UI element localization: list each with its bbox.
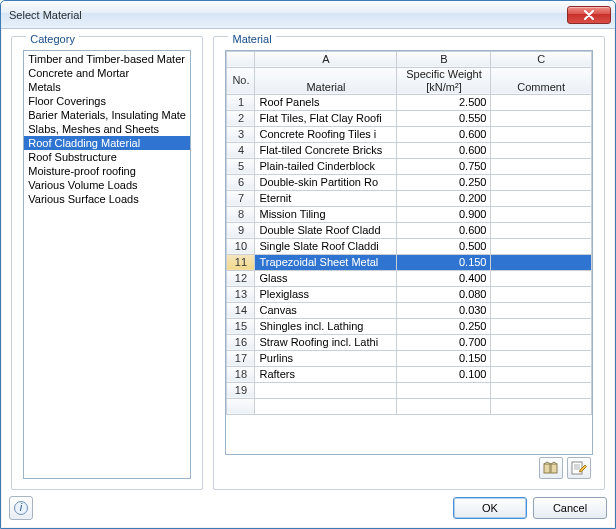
cell-weight[interactable]: 0.500 — [397, 238, 491, 254]
category-item[interactable]: Metals — [24, 80, 190, 94]
category-list[interactable]: Timber and Timber-based MaterConcrete an… — [23, 50, 191, 479]
category-item[interactable]: Concrete and Mortar — [24, 66, 190, 80]
cell-comment[interactable] — [491, 254, 591, 270]
cell-weight[interactable]: 0.400 — [397, 270, 491, 286]
ok-button[interactable]: OK — [453, 497, 527, 519]
table-row[interactable]: 11Trapezoidal Sheet Metal0.150 — [227, 254, 591, 270]
cell-comment[interactable] — [491, 366, 591, 382]
library-button[interactable] — [539, 457, 563, 479]
cell-material[interactable]: Single Slate Roof Claddi — [255, 238, 397, 254]
cell-material[interactable]: Rafters — [255, 366, 397, 382]
table-row[interactable]: 17Purlins0.150 — [227, 350, 591, 366]
table-row[interactable]: 4Flat-tiled Concrete Bricks0.600 — [227, 142, 591, 158]
cell-weight[interactable]: 0.250 — [397, 318, 491, 334]
cell-weight[interactable]: 0.200 — [397, 190, 491, 206]
cell-material[interactable]: Eternit — [255, 190, 397, 206]
cell-comment[interactable] — [491, 270, 591, 286]
cell-comment[interactable] — [491, 334, 591, 350]
cell-empty[interactable] — [491, 382, 591, 398]
grid-col-letter-b[interactable]: B — [397, 51, 491, 67]
table-row[interactable]: 13Plexiglass0.080 — [227, 286, 591, 302]
cell-weight[interactable]: 0.150 — [397, 254, 491, 270]
material-grid[interactable]: A B C No. Material Specific Weight[kN/m²… — [225, 50, 592, 455]
category-item[interactable]: Various Surface Loads — [24, 192, 190, 206]
cell-material[interactable]: Mission Tiling — [255, 206, 397, 222]
table-row[interactable]: 5Plain-tailed Cinderblock0.750 — [227, 158, 591, 174]
table-row[interactable]: 1Roof Panels2.500 — [227, 94, 591, 110]
table-row[interactable]: 3Concrete Roofing Tiles i0.600 — [227, 126, 591, 142]
cell-comment[interactable] — [491, 238, 591, 254]
cell-material[interactable]: Concrete Roofing Tiles i — [255, 126, 397, 142]
cell-material[interactable]: Glass — [255, 270, 397, 286]
cell-weight[interactable]: 0.600 — [397, 126, 491, 142]
cell-comment[interactable] — [491, 142, 591, 158]
grid-col-letter-c[interactable]: C — [491, 51, 591, 67]
cell-weight[interactable]: 0.700 — [397, 334, 491, 350]
cell-material[interactable]: Flat-tiled Concrete Bricks — [255, 142, 397, 158]
category-item[interactable]: Slabs, Meshes and Sheets — [24, 122, 190, 136]
grid-col-header-weight[interactable]: Specific Weight[kN/m²] — [397, 67, 491, 94]
cell-material[interactable]: Shingles incl. Lathing — [255, 318, 397, 334]
cell-material[interactable]: Canvas — [255, 302, 397, 318]
cell-weight[interactable]: 0.550 — [397, 110, 491, 126]
category-item[interactable]: Timber and Timber-based Mater — [24, 52, 190, 66]
cell-material[interactable]: Trapezoidal Sheet Metal — [255, 254, 397, 270]
cell-material[interactable]: Double-skin Partition Ro — [255, 174, 397, 190]
cell-weight[interactable]: 0.750 — [397, 158, 491, 174]
cell-comment[interactable] — [491, 94, 591, 110]
cell-empty[interactable] — [397, 382, 491, 398]
cell-weight[interactable]: 0.150 — [397, 350, 491, 366]
cell-comment[interactable] — [491, 174, 591, 190]
category-item[interactable]: Roof Cladding Material — [24, 136, 190, 150]
grid-col-letter-a[interactable]: A — [255, 51, 397, 67]
category-item[interactable]: Roof Substructure — [24, 150, 190, 164]
cell-weight[interactable]: 0.100 — [397, 366, 491, 382]
cell-comment[interactable] — [491, 206, 591, 222]
table-row[interactable]: 14Canvas0.030 — [227, 302, 591, 318]
table-row[interactable]: 6Double-skin Partition Ro0.250 — [227, 174, 591, 190]
cell-material[interactable]: Flat Tiles, Flat Clay Roofi — [255, 110, 397, 126]
cell-comment[interactable] — [491, 126, 591, 142]
category-item[interactable]: Moisture-proof roofing — [24, 164, 190, 178]
table-row[interactable]: 10Single Slate Roof Claddi0.500 — [227, 238, 591, 254]
table-row[interactable]: 15Shingles incl. Lathing0.250 — [227, 318, 591, 334]
cell-weight[interactable]: 0.250 — [397, 174, 491, 190]
table-row-empty[interactable]: 19 — [227, 382, 591, 398]
cell-weight[interactable]: 0.030 — [397, 302, 491, 318]
cell-material[interactable]: Plexiglass — [255, 286, 397, 302]
cell-comment[interactable] — [491, 190, 591, 206]
table-row[interactable]: 2Flat Tiles, Flat Clay Roofi0.550 — [227, 110, 591, 126]
cancel-button[interactable]: Cancel — [533, 497, 607, 519]
table-row[interactable]: 12Glass0.400 — [227, 270, 591, 286]
cell-comment[interactable] — [491, 318, 591, 334]
cell-weight[interactable]: 0.600 — [397, 142, 491, 158]
cell-material[interactable]: Double Slate Roof Cladd — [255, 222, 397, 238]
cell-weight[interactable]: 0.600 — [397, 222, 491, 238]
cell-material[interactable]: Plain-tailed Cinderblock — [255, 158, 397, 174]
cell-weight[interactable]: 0.080 — [397, 286, 491, 302]
grid-col-header-comment[interactable]: Comment — [491, 67, 591, 94]
close-button[interactable] — [567, 6, 611, 24]
edit-button[interactable] — [567, 457, 591, 479]
table-row[interactable]: 9Double Slate Roof Cladd0.600 — [227, 222, 591, 238]
table-row[interactable]: 7Eternit0.200 — [227, 190, 591, 206]
cell-material[interactable]: Roof Panels — [255, 94, 397, 110]
table-row[interactable]: 18Rafters0.100 — [227, 366, 591, 382]
cell-comment[interactable] — [491, 350, 591, 366]
cell-empty[interactable] — [255, 382, 397, 398]
table-row[interactable]: 16Straw Roofing incl. Lathi0.700 — [227, 334, 591, 350]
cell-weight[interactable]: 2.500 — [397, 94, 491, 110]
category-item[interactable]: Barier Materials, Insulating Mate — [24, 108, 190, 122]
help-button[interactable]: i — [9, 496, 33, 520]
cell-material[interactable]: Straw Roofing incl. Lathi — [255, 334, 397, 350]
table-row[interactable]: 8Mission Tiling0.900 — [227, 206, 591, 222]
cell-comment[interactable] — [491, 158, 591, 174]
cell-comment[interactable] — [491, 286, 591, 302]
cell-comment[interactable] — [491, 222, 591, 238]
cell-comment[interactable] — [491, 110, 591, 126]
cell-material[interactable]: Purlins — [255, 350, 397, 366]
category-item[interactable]: Floor Coverings — [24, 94, 190, 108]
category-item[interactable]: Various Volume Loads — [24, 178, 190, 192]
grid-col-header-material[interactable]: Material — [255, 67, 397, 94]
cell-weight[interactable]: 0.900 — [397, 206, 491, 222]
